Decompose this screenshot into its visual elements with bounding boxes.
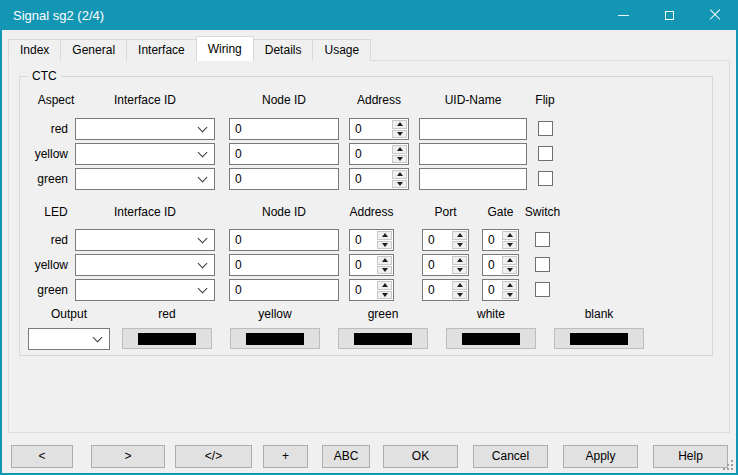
aspect-green-flip-checkbox[interactable] [538,171,553,186]
resize-grip[interactable] [723,468,725,470]
spin-up-button[interactable] [392,170,407,179]
aspect-yellow-address-spinner[interactable] [349,143,409,165]
next-button[interactable]: > [91,445,165,468]
maximize-icon [665,11,674,20]
led-yellow-address-spinner[interactable] [349,254,394,276]
led-green-address-input[interactable] [350,280,376,300]
spin-up-button[interactable] [452,281,467,290]
spin-down-button[interactable] [392,130,407,139]
aspect-yellow-uid-name-input[interactable] [419,143,527,165]
led-red-switch-checkbox[interactable] [535,232,550,247]
spin-up-button[interactable] [377,256,392,265]
arrow-down-icon [397,157,403,161]
spin-down-button[interactable] [377,241,392,250]
led-yellow-interface-id-combobox[interactable] [75,254,215,276]
led-green-switch-checkbox[interactable] [535,282,550,297]
led-yellow-gate-input[interactable] [483,255,501,275]
tab-details[interactable]: Details [253,39,314,61]
spin-down-button[interactable] [452,241,467,250]
spin-up-button[interactable] [392,145,407,154]
spin-buttons [376,280,393,300]
spin-down-button[interactable] [392,155,407,164]
spin-down-button[interactable] [377,266,392,275]
aspect-green-node-id-input[interactable] [229,168,339,190]
spin-up-button[interactable] [377,231,392,240]
led-red-gate-spinner[interactable] [482,229,519,251]
aspect-red-interface-id-combobox[interactable] [75,118,215,140]
led-yellow-port-spinner[interactable] [422,254,469,276]
led-green-node-id-input[interactable] [229,279,339,301]
interface-id-header: Interface ID [75,93,215,107]
spin-up-button[interactable] [502,281,517,290]
output-header: Output [28,307,110,321]
minimize-button[interactable] [600,0,646,30]
led-green-interface-id-combobox[interactable] [75,279,215,301]
help-button[interactable]: Help [653,445,728,468]
spin-up-button[interactable] [502,256,517,265]
aspect-green-uid-name-input[interactable] [419,168,527,190]
prev-button[interactable]: < [11,445,73,468]
aspect-red-address-input[interactable] [350,119,391,139]
led-yellow-address-input[interactable] [350,255,376,275]
aspect-yellow-address-input[interactable] [350,144,391,164]
tab-interface[interactable]: Interface [126,39,197,61]
aspect-yellow-node-id-input[interactable] [229,143,339,165]
aspect-green-address-spinner[interactable] [349,168,409,190]
aspect-red-uid-name-input[interactable] [419,118,527,140]
spin-down-button[interactable] [452,266,467,275]
add-button[interactable]: + [263,445,308,468]
spin-up-button[interactable] [452,256,467,265]
led-red-node-id-input[interactable] [229,229,339,251]
led-red-address-input[interactable] [350,230,376,250]
output-yellow-color-button[interactable] [230,328,320,349]
ok-button[interactable]: OK [383,445,458,468]
maximize-button[interactable] [646,0,692,30]
led-yellow-node-id-input[interactable] [229,254,339,276]
tab-general[interactable]: General [60,39,127,61]
tab-index[interactable]: Index [8,39,61,61]
output-red-color-button[interactable] [122,328,212,349]
output-white-color-button[interactable] [446,328,536,349]
spin-up-button[interactable] [377,281,392,290]
led-red-address-spinner[interactable] [349,229,394,251]
led-red-port-input[interactable] [423,230,451,250]
spin-down-button[interactable] [502,241,517,250]
aspect-red-node-id-input[interactable] [229,118,339,140]
spin-down-button[interactable] [502,266,517,275]
spin-up-button[interactable] [392,120,407,129]
output-blank-color-button[interactable] [554,328,644,349]
spin-up-button[interactable] [502,231,517,240]
apply-button[interactable]: Apply [563,445,638,468]
output-green-color-button[interactable] [338,328,428,349]
aspect-green-interface-id-combobox[interactable] [75,168,215,190]
titlebar[interactable]: Signal sg2 (2/4) [0,0,738,30]
led-red-port-spinner[interactable] [422,229,469,251]
spin-down-button[interactable] [452,291,467,300]
aspect-yellow-flip-checkbox[interactable] [538,146,553,161]
output-combobox[interactable] [28,328,110,350]
spin-down-button[interactable] [392,180,407,189]
cancel-button[interactable]: Cancel [473,445,548,468]
spin-down-button[interactable] [502,291,517,300]
aspect-red-address-spinner[interactable] [349,118,409,140]
aspect-yellow-interface-id-combobox[interactable] [75,143,215,165]
led-yellow-switch-checkbox[interactable] [535,257,550,272]
tab-wiring[interactable]: Wiring [196,36,254,61]
aspect-red-flip-checkbox[interactable] [538,121,553,136]
led-green-gate-input[interactable] [483,280,501,300]
led-green-address-spinner[interactable] [349,279,394,301]
abc-button[interactable]: ABC [322,445,370,468]
led-green-gate-spinner[interactable] [482,279,519,301]
tab-usage[interactable]: Usage [312,39,371,61]
spin-down-button[interactable] [377,291,392,300]
spin-up-button[interactable] [452,231,467,240]
led-yellow-gate-spinner[interactable] [482,254,519,276]
aspect-green-address-input[interactable] [350,169,391,189]
led-red-interface-id-combobox[interactable] [75,229,215,251]
led-red-gate-input[interactable] [483,230,501,250]
led-yellow-port-input[interactable] [423,255,451,275]
xml-button[interactable]: </> [175,445,252,468]
led-green-port-input[interactable] [423,280,451,300]
led-green-port-spinner[interactable] [422,279,469,301]
close-button[interactable] [692,0,738,30]
